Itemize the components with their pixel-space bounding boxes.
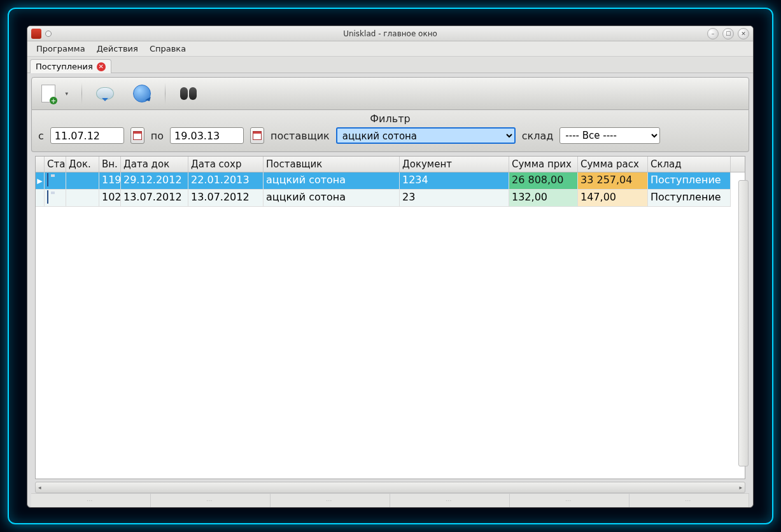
calendar-icon xyxy=(253,131,262,140)
filter-panel: Фильтр с по поставщик аццкий сотона скла… xyxy=(31,110,749,152)
col-date-save[interactable]: Дата сохр xyxy=(188,157,264,172)
date-from-input[interactable] xyxy=(50,127,124,144)
main-window: Unisklad - главное окно – ☐ ✕ Программа … xyxy=(27,25,754,508)
col-dok[interactable]: Док. xyxy=(66,157,99,172)
new-document-icon xyxy=(41,85,55,102)
database-download-icon xyxy=(96,87,114,100)
menubar: Программа Действия Справка xyxy=(27,41,753,57)
window-title: Unisklad - главное окно xyxy=(27,29,753,38)
minimize-button[interactable]: – xyxy=(707,28,719,39)
store-label: склад xyxy=(522,130,554,142)
col-vn[interactable]: Вн. xyxy=(99,157,121,172)
table-row[interactable]: 102 13.07.2012 13.07.2012 аццкий сотона … xyxy=(36,190,745,207)
content: Фильтр с по поставщик аццкий сотона скла… xyxy=(27,73,753,507)
calendar-icon xyxy=(133,131,142,140)
new-document-button[interactable] xyxy=(37,81,73,106)
date-to-input[interactable] xyxy=(170,127,244,144)
close-tab-icon[interactable] xyxy=(97,62,106,71)
globe-download-icon xyxy=(133,85,151,102)
search-button[interactable] xyxy=(174,81,202,106)
tab-label: Поступления xyxy=(36,62,93,71)
diskette-icon xyxy=(47,173,48,186)
date-from-label: с xyxy=(38,130,44,142)
maximize-button[interactable]: ☐ xyxy=(722,28,734,39)
col-supplier[interactable]: Поставщик xyxy=(264,157,400,172)
col-document[interactable]: Документ xyxy=(400,157,509,172)
menu-actions[interactable]: Действия xyxy=(92,43,143,55)
tab-receipts[interactable]: Поступления xyxy=(30,59,111,73)
toolbar xyxy=(31,77,749,110)
store-select[interactable]: ---- Все ---- xyxy=(559,127,660,144)
col-sum-out[interactable]: Сумма расх xyxy=(578,157,648,172)
binoculars-icon xyxy=(180,87,197,100)
col-store[interactable]: Склад xyxy=(648,157,731,172)
status-cell xyxy=(45,172,66,190)
col-sum-in[interactable]: Сумма прих xyxy=(509,157,578,172)
diskette-icon xyxy=(47,190,48,204)
col-date-doc[interactable]: Дата док xyxy=(121,157,188,172)
web-download-button[interactable] xyxy=(128,81,156,106)
date-from-picker-button[interactable] xyxy=(130,127,144,144)
supplier-label: поставщик xyxy=(271,130,330,142)
data-table: Ста Док. Вн. Дата док Дата сохр Поставщи… xyxy=(35,156,745,479)
date-to-picker-button[interactable] xyxy=(250,127,264,144)
table-body: ▶ 119 29.12.2012 22.01.2013 аццкий сотон… xyxy=(36,172,745,479)
table-header: Ста Док. Вн. Дата док Дата сохр Поставщи… xyxy=(36,157,745,172)
menu-help[interactable]: Справка xyxy=(144,43,191,55)
app-icon xyxy=(31,29,41,39)
col-status[interactable]: Ста xyxy=(45,157,66,172)
db-download-button[interactable] xyxy=(91,81,119,106)
row-pointer-icon: ▶ xyxy=(36,172,45,190)
vertical-scrollbar[interactable] xyxy=(738,180,749,466)
statusbar: ⋯⋯⋯ ⋯⋯⋯ xyxy=(31,493,749,507)
supplier-select[interactable]: аццкий сотона xyxy=(336,127,516,144)
close-window-button[interactable]: ✕ xyxy=(738,28,749,39)
horizontal-scrollbar[interactable]: ◂▸ xyxy=(35,482,745,493)
date-to-label: по xyxy=(151,130,164,142)
titlebar: Unisklad - главное окно – ☐ ✕ xyxy=(27,26,753,41)
menu-program[interactable]: Программа xyxy=(31,43,90,55)
status-cell xyxy=(45,190,66,207)
pin-icon[interactable] xyxy=(45,31,52,37)
tabstrip: Поступления xyxy=(27,57,753,73)
table-row[interactable]: ▶ 119 29.12.2012 22.01.2013 аццкий сотон… xyxy=(36,172,745,190)
filter-title: Фильтр xyxy=(32,110,749,126)
